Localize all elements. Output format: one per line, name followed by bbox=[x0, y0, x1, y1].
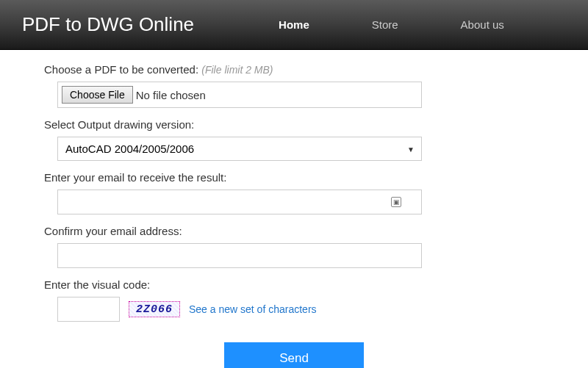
file-label: Choose a PDF to be converted: (File limi… bbox=[44, 63, 544, 76]
send-button[interactable]: Send bbox=[224, 342, 364, 368]
captcha-image: 2Z066 bbox=[129, 301, 180, 317]
choose-file-button[interactable]: Choose File bbox=[62, 86, 133, 104]
captcha-refresh-link[interactable]: See a new set of characters bbox=[189, 303, 317, 315]
nav-home[interactable]: Home bbox=[279, 18, 309, 31]
file-label-text: Choose a PDF to be converted: bbox=[44, 63, 198, 76]
nav-about[interactable]: About us bbox=[461, 18, 504, 31]
file-input-box[interactable]: Choose File No file chosen bbox=[57, 82, 422, 108]
confirm-email-label: Confirm your email address: bbox=[44, 225, 544, 237]
nav-store[interactable]: Store bbox=[372, 18, 398, 31]
navbar: PDF to DWG Online Home Store About us bbox=[0, 0, 588, 50]
captcha-row: 2Z066 See a new set of characters bbox=[57, 297, 544, 322]
nav-links: Home Store About us bbox=[279, 18, 504, 31]
email-label: Enter your email to receive the result: bbox=[44, 171, 544, 184]
output-version-select[interactable]: AutoCAD 2004/2005/2006 bbox=[57, 137, 422, 161]
confirm-email-field[interactable] bbox=[57, 243, 422, 268]
file-status: No file chosen bbox=[136, 89, 206, 101]
captcha-input[interactable] bbox=[57, 297, 120, 322]
brand-title: PDF to DWG Online bbox=[22, 13, 194, 36]
captcha-label: Enter the visual code: bbox=[44, 278, 544, 291]
email-field[interactable] bbox=[57, 190, 422, 214]
output-label: Select Output drawing version: bbox=[44, 118, 544, 131]
content: Choose a PDF to be converted: (File limi… bbox=[0, 50, 588, 368]
file-hint: (File limit 2 MB) bbox=[201, 64, 273, 76]
